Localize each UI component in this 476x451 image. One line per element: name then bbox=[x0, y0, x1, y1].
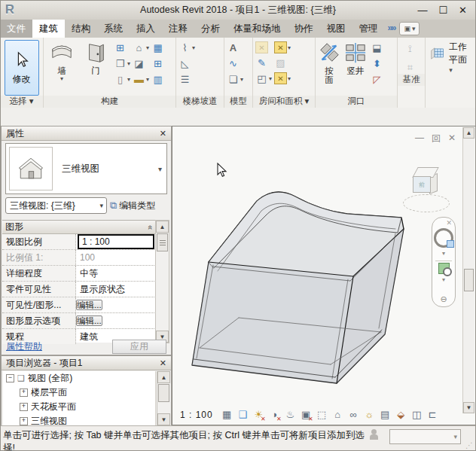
steering-wheel-icon[interactable] bbox=[434, 228, 453, 248]
model-text-icon[interactable]: A bbox=[227, 41, 240, 54]
view-restore-button[interactable]: 回 bbox=[432, 133, 441, 145]
browser-scrollbar[interactable]: ▲ ▼ bbox=[157, 371, 170, 425]
area-plan-icon[interactable]: ▨ bbox=[274, 56, 287, 69]
expand-icon[interactable]: + bbox=[20, 403, 28, 411]
sun-path-icon[interactable]: ☀✕ bbox=[252, 408, 265, 421]
graphic-display-options-edit-button[interactable]: 编辑... bbox=[76, 315, 102, 326]
scrollbar-thumb[interactable] bbox=[158, 384, 169, 402]
mullion-icon[interactable]: ▥ bbox=[151, 73, 164, 86]
revit-logo-icon[interactable]: R bbox=[0, 1, 20, 19]
room-icon[interactable]: ✕ bbox=[255, 41, 268, 53]
view-vertical-scrollbar[interactable]: ▲ ▼ bbox=[462, 127, 474, 413]
roof-icon[interactable]: ⌂ bbox=[133, 41, 145, 54]
collapse-chevron-icon[interactable]: « bbox=[146, 224, 155, 229]
model-line-icon[interactable]: ∿ bbox=[227, 57, 240, 70]
room-tag-icon[interactable]: ✕ bbox=[274, 41, 287, 53]
resize-grip-icon[interactable]: ⋰ bbox=[465, 441, 473, 451]
chevron-down-icon[interactable]: ▾ bbox=[269, 75, 272, 82]
pan-tool-icon[interactable]: ⊖ bbox=[440, 294, 447, 304]
view-minimize-button[interactable]: — bbox=[415, 133, 424, 145]
displacement-sets-icon[interactable]: ◫ bbox=[410, 408, 423, 421]
lock-3d-view-icon[interactable]: ⌂ bbox=[331, 408, 344, 421]
project-browser-header[interactable]: 项目浏览器 - 项目1 ✕ bbox=[2, 356, 171, 370]
tab-massing-site[interactable]: 体量和场地 bbox=[227, 20, 288, 38]
expand-icon[interactable]: + bbox=[20, 389, 28, 397]
close-icon[interactable]: ✕ bbox=[160, 358, 166, 368]
model-group-icon[interactable]: ❏ bbox=[227, 73, 240, 86]
opening-by-face-button[interactable]: 按 面 bbox=[318, 40, 340, 84]
reveal-constraints-icon[interactable]: ⊏ bbox=[426, 408, 439, 421]
panel-expander-workplane[interactable]: ▾ bbox=[426, 66, 476, 77]
column-icon[interactable]: ▯ bbox=[114, 73, 127, 86]
view-scale-field[interactable]: 1 : 100 bbox=[78, 234, 154, 249]
scroll-up-icon[interactable]: ▲ bbox=[156, 221, 169, 233]
wall-opening-icon[interactable]: ⬓ bbox=[371, 41, 383, 54]
tab-architecture[interactable]: 建筑 bbox=[32, 20, 65, 38]
crop-region-icon[interactable]: ⬚ bbox=[316, 408, 328, 421]
close-icon[interactable]: ✕ bbox=[160, 129, 166, 139]
scroll-down-icon[interactable]: ▼ bbox=[157, 413, 170, 425]
view-scale-button[interactable]: 1 : 100 bbox=[180, 410, 213, 420]
chevron-down-icon[interactable]: ▾ bbox=[288, 44, 291, 51]
visual-style-icon[interactable]: ❑ bbox=[236, 408, 249, 421]
workplane-button[interactable]: 工作平面 bbox=[426, 38, 476, 66]
shadows-icon[interactable]: ◑✕ bbox=[268, 408, 281, 421]
collapse-icon[interactable]: − bbox=[6, 374, 14, 382]
rendering-dialog-icon[interactable]: ♨ bbox=[284, 408, 297, 421]
chevron-down-icon[interactable]: ▾ bbox=[288, 75, 291, 82]
edit-type-button[interactable]: ⧉ 编辑类型 bbox=[110, 200, 155, 212]
tree-item-views-root[interactable]: − ❑ 视图 (全部) bbox=[3, 371, 155, 385]
maximize-button[interactable]: ☐ bbox=[438, 5, 447, 16]
level-icon[interactable]: ⟟ bbox=[404, 42, 416, 55]
tab-view[interactable]: 视图 bbox=[320, 20, 352, 38]
chevron-down-icon[interactable]: ▾ bbox=[127, 60, 130, 67]
viewcube-front-face[interactable]: 前 bbox=[413, 176, 431, 193]
tree-item-ceiling-plans[interactable]: + 天花板平面 bbox=[3, 400, 155, 414]
properties-header[interactable]: 属性 ✕ bbox=[2, 126, 171, 141]
scroll-up-icon[interactable]: ▲ bbox=[463, 127, 474, 139]
view-close-button[interactable]: ✕ bbox=[448, 133, 456, 145]
curtain-grid-icon[interactable]: ⊞ bbox=[151, 57, 164, 70]
chevron-down-icon[interactable]: ▾ bbox=[146, 44, 149, 51]
chevron-down-icon[interactable]: ▾ bbox=[442, 276, 445, 283]
vertical-opening-icon[interactable]: ⬍ bbox=[371, 57, 383, 70]
window-icon[interactable]: ⊞ bbox=[114, 41, 127, 54]
drawing-area[interactable]: — 回 ✕ 前 ✕ ▾ ▾ ⊖ ▲ ▼ 1 : 100 ▦ ❑ ☀✕ ◑✕ ♨ … bbox=[172, 126, 476, 425]
analytical-model-icon[interactable]: ⬙ bbox=[395, 408, 407, 421]
area-icon[interactable]: ◰ bbox=[255, 72, 268, 85]
tab-systems[interactable]: 系统 bbox=[97, 20, 130, 38]
modify-button[interactable]: 修改 bbox=[5, 40, 39, 96]
door-button[interactable]: 门 bbox=[80, 40, 111, 75]
dormer-icon[interactable]: ◸ bbox=[371, 73, 383, 86]
chevron-down-icon[interactable]: ▾ bbox=[192, 44, 195, 51]
section-graphics[interactable]: 图形 « bbox=[2, 221, 156, 234]
properties-scrollbar[interactable]: ▲ ▼ bbox=[155, 220, 169, 343]
stair-icon[interactable]: ☰ bbox=[178, 73, 191, 86]
detail-level-icon[interactable]: ▦ bbox=[221, 408, 233, 421]
worksets-combobox[interactable]: ▾ bbox=[389, 429, 461, 444]
file-menu-button[interactable]: 文件 bbox=[0, 20, 32, 38]
minimize-button[interactable]: — bbox=[417, 5, 427, 16]
component-icon[interactable]: ❒ bbox=[114, 57, 127, 70]
tree-item-3d-views[interactable]: + 三维视图 bbox=[3, 414, 155, 425]
room-separator-icon[interactable]: ✎ bbox=[255, 56, 268, 69]
grid-icon[interactable]: ⌗ bbox=[404, 61, 416, 74]
detail-level-field[interactable]: 中等 bbox=[76, 267, 156, 280]
tab-analyze[interactable]: 分析 bbox=[194, 20, 227, 38]
apply-button[interactable]: 应用 bbox=[112, 340, 166, 354]
worksets-icon[interactable] bbox=[370, 429, 383, 440]
properties-help-link[interactable]: 属性帮助 bbox=[6, 340, 42, 353]
wall-button[interactable]: 墙 ▾ bbox=[46, 40, 78, 82]
temporary-hide-isolate-icon[interactable]: ∞ bbox=[347, 408, 360, 421]
crop-view-icon[interactable]: ▣✕ bbox=[300, 408, 313, 421]
scrollbar-thumb[interactable] bbox=[464, 269, 474, 291]
tab-manage[interactable]: 管理 bbox=[352, 20, 385, 38]
panel-label-room-area[interactable]: 房间和面积 ▾ bbox=[253, 96, 315, 108]
curtain-system-icon[interactable]: ▦ bbox=[151, 41, 164, 54]
viewcube-compass-ring[interactable] bbox=[403, 194, 450, 212]
navbar-close-icon[interactable]: ✕ bbox=[446, 219, 452, 227]
tab-annotate[interactable]: 注释 bbox=[162, 20, 194, 38]
visibility-graphics-edit-button[interactable]: 编辑... bbox=[76, 300, 102, 310]
expand-icon[interactable]: + bbox=[20, 417, 28, 425]
tab-overflow-icon[interactable]: »» bbox=[385, 20, 398, 38]
